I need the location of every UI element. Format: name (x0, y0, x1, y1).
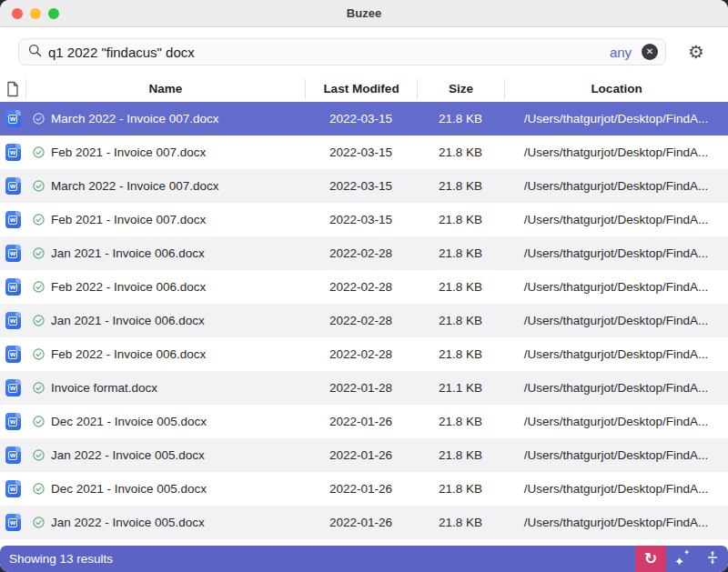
file-name: Invoice format.docx (51, 381, 157, 395)
search-toolbar: any ✕ ⚙ (0, 27, 728, 76)
file-size: 21.8 KB (417, 516, 504, 529)
refresh-icon: ↻ (644, 551, 657, 567)
sparkles-icon: ✦✦ (674, 552, 689, 567)
word-file-icon: w (0, 245, 25, 262)
table-row[interactable]: w Jan 2022 - Invoice 005.docx 2022-01-26… (0, 438, 728, 472)
table-row[interactable]: w March 2022 - Invoice 007.docx 2022-03-… (0, 169, 728, 203)
table-row[interactable]: w Dec 2021 - Invoice 005.docx 2022-01-26… (0, 405, 728, 438)
scroll-position-button[interactable] (697, 546, 728, 572)
word-file-icon: w (0, 480, 25, 497)
check-circle-icon (33, 247, 45, 259)
table-row[interactable]: w Feb 2022 - Invoice 006.docx 2022-02-28… (0, 270, 728, 304)
table-row[interactable]: w Jan 2021 - Invoice 006.docx 2022-02-28… (0, 304, 728, 337)
file-modified: 2022-02-28 (305, 314, 417, 327)
file-name: Jan 2021 - Invoice 006.docx (51, 246, 205, 260)
file-size: 21.1 KB (417, 381, 504, 395)
results-table-body: w March 2022 - Invoice 007.docx 2022-03-… (0, 102, 728, 539)
word-file-icon: w (0, 413, 25, 430)
check-circle-icon (33, 382, 45, 394)
column-header-name[interactable]: Name (25, 79, 305, 99)
file-modified: 2022-02-28 (305, 246, 417, 260)
file-name-cell: Feb 2022 - Invoice 006.docx (25, 280, 305, 294)
file-size: 21.8 KB (417, 415, 504, 428)
check-circle-icon (33, 214, 45, 226)
file-modified: 2022-02-28 (305, 280, 417, 294)
check-circle-icon (33, 146, 45, 158)
file-location: /Users/thatgurjot/Desktop/FindA... (504, 381, 728, 395)
sparkles-button[interactable]: ✦✦ (666, 546, 697, 572)
file-name-cell: Jan 2022 - Invoice 005.docx (25, 516, 305, 529)
check-circle-icon (33, 180, 45, 192)
results-count: Showing 13 results (0, 552, 113, 566)
file-name-cell: Jan 2021 - Invoice 006.docx (25, 246, 305, 260)
word-file-icon: w (0, 379, 25, 396)
word-file-icon: w (0, 177, 25, 195)
document-icon[interactable] (0, 79, 25, 99)
file-name-cell: Jan 2022 - Invoice 005.docx (25, 448, 305, 462)
file-name: Feb 2022 - Invoice 006.docx (51, 280, 206, 294)
file-size: 21.8 KB (417, 482, 504, 496)
status-gap (0, 539, 728, 546)
file-name: Jan 2022 - Invoice 005.docx (51, 516, 205, 529)
word-file-icon: w (0, 514, 25, 531)
search-box[interactable]: any ✕ (18, 38, 666, 65)
minimize-button[interactable] (30, 8, 41, 19)
table-row[interactable]: w Invoice format.docx 2022-01-28 21.1 KB… (0, 371, 728, 405)
file-size: 21.8 KB (417, 213, 504, 226)
file-name-cell: Feb 2021 - Invoice 007.docx (25, 146, 305, 159)
search-filter-any[interactable]: any (610, 45, 632, 60)
traffic-lights (12, 8, 59, 19)
check-circle-icon (33, 348, 45, 360)
search-input[interactable] (48, 45, 603, 60)
app-window: Buzee any ✕ ⚙ Name Last Modifed Size Loc… (0, 0, 728, 572)
file-name: Dec 2021 - Invoice 005.docx (51, 482, 207, 496)
file-location: /Users/thatgurjot/Desktop/FindA... (504, 112, 728, 125)
table-row[interactable]: w March 2022 - Invoice 007.docx 2022-03-… (0, 102, 728, 135)
file-name-cell: Jan 2021 - Invoice 006.docx (25, 314, 305, 327)
statusbar: Showing 13 results ↻ ✦✦ (0, 546, 728, 572)
file-modified: 2022-02-28 (305, 347, 417, 361)
table-row[interactable]: w Feb 2021 - Invoice 007.docx 2022-03-15… (0, 135, 728, 169)
file-location: /Users/thatgurjot/Desktop/FindA... (504, 213, 728, 226)
file-name: Feb 2021 - Invoice 007.docx (51, 213, 206, 226)
table-row[interactable]: w Feb 2021 - Invoice 007.docx 2022-03-15… (0, 203, 728, 236)
refresh-button[interactable]: ↻ (635, 546, 666, 572)
file-location: /Users/thatgurjot/Desktop/FindA... (504, 280, 728, 294)
file-location: /Users/thatgurjot/Desktop/FindA... (504, 179, 728, 193)
column-header-location[interactable]: Location (504, 79, 728, 99)
word-file-icon: w (0, 110, 25, 127)
file-location: /Users/thatgurjot/Desktop/FindA... (504, 314, 728, 327)
file-name: Feb 2022 - Invoice 006.docx (51, 347, 206, 361)
window-title: Buzee (0, 6, 728, 20)
statusbar-actions: ↻ ✦✦ (635, 546, 728, 572)
table-row[interactable]: w Dec 2021 - Invoice 005.docx 2022-01-26… (0, 472, 728, 506)
vertical-arrows-icon (706, 550, 719, 568)
gear-icon[interactable]: ⚙ (688, 43, 704, 61)
file-location: /Users/thatgurjot/Desktop/FindA... (504, 146, 728, 159)
file-size: 21.8 KB (417, 179, 504, 193)
file-name-cell: Invoice format.docx (25, 381, 305, 395)
close-button[interactable] (12, 8, 23, 19)
file-size: 21.8 KB (417, 448, 504, 462)
table-row[interactable]: w Feb 2022 - Invoice 006.docx 2022-02-28… (0, 337, 728, 371)
check-circle-icon (33, 449, 45, 461)
word-file-icon: w (0, 211, 25, 228)
table-row[interactable]: w Jan 2021 - Invoice 006.docx 2022-02-28… (0, 236, 728, 270)
file-name: March 2022 - Invoice 007.docx (51, 179, 219, 193)
file-name: Jan 2021 - Invoice 006.docx (51, 314, 205, 327)
word-file-icon: w (0, 144, 25, 161)
clear-search-icon[interactable]: ✕ (642, 44, 658, 60)
zoom-button[interactable] (48, 8, 59, 19)
table-row[interactable]: w Jan 2022 - Invoice 005.docx 2022-01-26… (0, 506, 728, 539)
column-header-modified[interactable]: Last Modifed (305, 79, 417, 99)
word-file-icon: w (0, 278, 25, 296)
file-name: Dec 2021 - Invoice 005.docx (51, 415, 207, 428)
check-circle-icon (33, 281, 45, 293)
check-circle-icon (33, 315, 45, 326)
file-size: 21.8 KB (417, 246, 504, 260)
file-location: /Users/thatgurjot/Desktop/FindA... (504, 347, 728, 361)
file-size: 21.8 KB (417, 112, 504, 125)
column-header-size[interactable]: Size (417, 79, 504, 99)
file-name-cell: Feb 2021 - Invoice 007.docx (25, 213, 305, 226)
word-file-icon: w (0, 447, 25, 464)
